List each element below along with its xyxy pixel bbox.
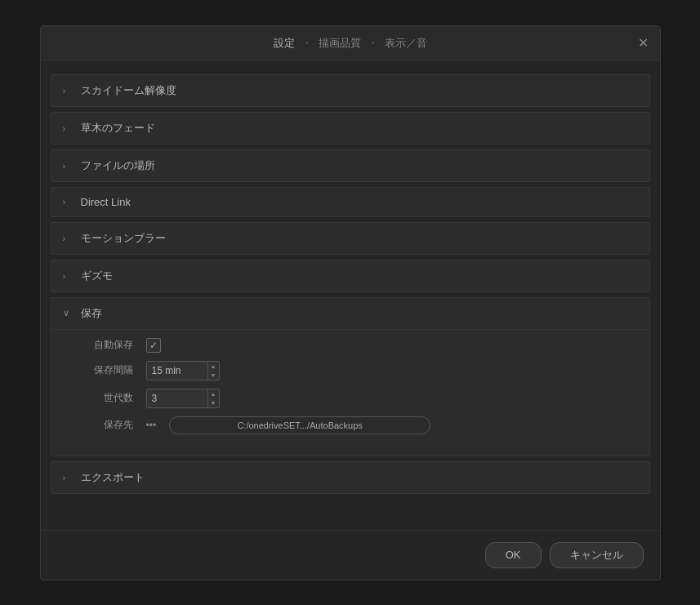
header-dot2: ・ <box>368 36 378 51</box>
checkmark-icon: ✓ <box>149 340 158 350</box>
header-tab-display[interactable]: 表示／音 <box>385 36 427 51</box>
section-export: › エクスポート <box>51 461 650 494</box>
autosave-label: 自動保存 <box>68 338 133 352</box>
destination-control: ••• C:/onedriveSET.../AutoBackups <box>146 416 431 434</box>
chevron-filelocation-icon: › <box>63 161 73 171</box>
section-export-label: エクスポート <box>81 470 145 485</box>
section-save-label: 保存 <box>81 306 102 321</box>
section-motionblur: › モーションブラー <box>51 222 650 255</box>
header-dot1: ・ <box>301 36 312 51</box>
section-skydome-label: スカイドーム解像度 <box>81 83 176 98</box>
section-filelocation: › ファイルの場所 <box>51 149 650 182</box>
interval-spinbox[interactable]: 15 min ▲ ▼ <box>146 361 220 380</box>
chevron-export-icon: › <box>63 473 73 483</box>
section-vegetation: › 草木のフェード <box>51 112 650 145</box>
generations-arrows: ▲ ▼ <box>207 389 219 407</box>
chevron-skydome-icon: › <box>63 86 73 96</box>
chevron-directlink-icon: › <box>63 197 73 207</box>
section-export-header[interactable]: › エクスポート <box>51 462 649 493</box>
chevron-save-icon: ∨ <box>63 308 73 318</box>
section-filelocation-label: ファイルの場所 <box>81 158 155 173</box>
section-save-header[interactable]: ∨ 保存 <box>51 298 649 329</box>
section-motionblur-header[interactable]: › モーションブラー <box>51 223 649 254</box>
section-directlink: › Direct Link <box>51 187 650 217</box>
generations-row: 世代数 3 ▲ ▼ <box>68 389 633 408</box>
ok-button[interactable]: OK <box>485 542 542 568</box>
browse-button[interactable]: ••• <box>146 420 157 431</box>
settings-dialog: 設定 ・ 描画品質 ・ 表示／音 ✕ › スカイドーム解像度 › 草木のフェード… <box>40 25 661 581</box>
interval-row: 保存間隔 15 min ▲ ▼ <box>68 361 633 380</box>
section-filelocation-header[interactable]: › ファイルの場所 <box>51 150 649 181</box>
destination-label: 保存先 <box>68 418 133 432</box>
generations-up-button[interactable]: ▲ <box>208 389 219 398</box>
generations-down-button[interactable]: ▼ <box>208 398 219 407</box>
interval-up-button[interactable]: ▲ <box>208 362 219 371</box>
autosave-control: ✓ <box>146 338 161 353</box>
interval-down-button[interactable]: ▼ <box>208 371 219 380</box>
generations-label: 世代数 <box>68 391 133 405</box>
section-gizmo-header[interactable]: › ギズモ <box>51 260 649 291</box>
section-gizmo: › ギズモ <box>51 260 650 292</box>
section-vegetation-label: 草木のフェード <box>81 121 155 136</box>
chevron-vegetation-icon: › <box>63 123 73 133</box>
header-tab-render[interactable]: 描画品質 <box>319 36 361 51</box>
destination-path[interactable]: C:/onedriveSET.../AutoBackups <box>169 416 430 434</box>
chevron-gizmo-icon: › <box>63 271 73 281</box>
generations-spinbox[interactable]: 3 ▲ ▼ <box>146 389 220 408</box>
section-directlink-header[interactable]: › Direct Link <box>51 188 649 216</box>
section-motionblur-label: モーションブラー <box>81 231 166 246</box>
dialog-content: › スカイドーム解像度 › 草木のフェード › ファイルの場所 › Direct… <box>41 61 660 530</box>
dialog-header: 設定 ・ 描画品質 ・ 表示／音 ✕ <box>41 26 660 61</box>
section-save-body: 自動保存 ✓ 保存間隔 15 min ▲ <box>51 329 649 456</box>
dialog-footer: OK キャンセル <box>41 530 660 580</box>
interval-control: 15 min ▲ ▼ <box>146 361 220 380</box>
interval-label: 保存間隔 <box>68 363 133 377</box>
destination-row: 保存先 ••• C:/onedriveSET.../AutoBackups <box>68 416 633 434</box>
section-vegetation-header[interactable]: › 草木のフェード <box>51 113 649 144</box>
close-button[interactable]: ✕ <box>638 37 649 50</box>
interval-value: 15 min <box>147 365 207 376</box>
interval-arrows: ▲ ▼ <box>207 362 219 380</box>
section-gizmo-label: ギズモ <box>81 269 113 283</box>
section-save: ∨ 保存 自動保存 ✓ 保存間隔 <box>51 297 650 456</box>
chevron-motionblur-icon: › <box>63 234 73 243</box>
section-directlink-label: Direct Link <box>81 196 131 208</box>
generations-value: 3 <box>147 393 207 404</box>
section-skydome-header[interactable]: › スカイドーム解像度 <box>51 75 649 106</box>
cancel-button[interactable]: キャンセル <box>550 542 644 568</box>
generations-control: 3 ▲ ▼ <box>146 389 220 408</box>
autosave-checkbox[interactable]: ✓ <box>146 338 161 353</box>
autosave-row: 自動保存 ✓ <box>68 338 633 353</box>
header-title: 設定 <box>274 36 295 51</box>
section-skydome: › スカイドーム解像度 <box>51 74 650 107</box>
